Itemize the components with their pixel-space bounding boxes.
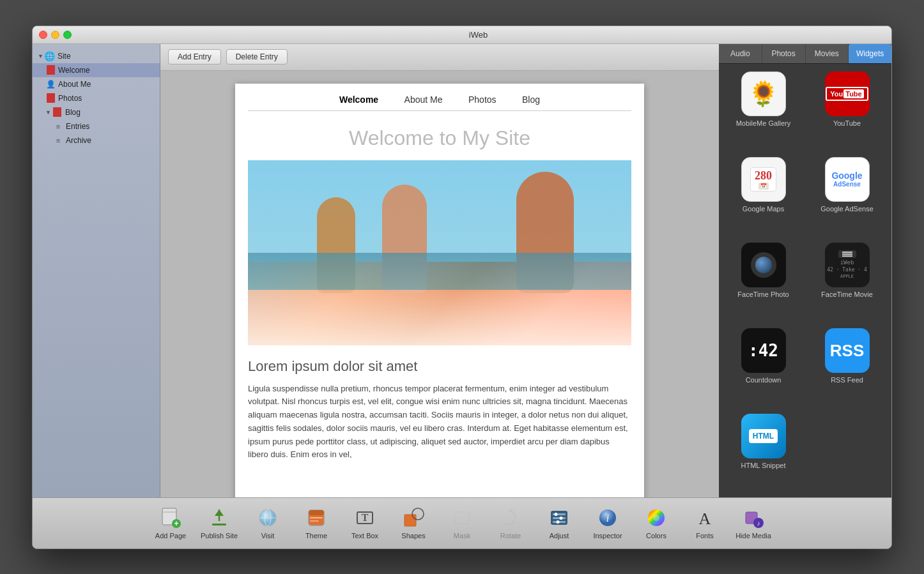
svg-text:i: i: [606, 513, 609, 524]
widget-countdown[interactable]: :42 Countdown: [727, 328, 800, 404]
blog-arrow: ▼: [45, 109, 51, 116]
rotate-label: Rotate: [500, 532, 521, 540]
visit-icon: [256, 506, 279, 529]
page-canvas: Welcome About Me Photos Blog Welcome to …: [235, 84, 644, 497]
theme-icon: [305, 506, 328, 529]
fonts-icon: A: [693, 506, 716, 529]
window-title: iWeb: [72, 30, 885, 40]
widget-google-maps[interactable]: 280 📅 Google Maps: [727, 157, 800, 232]
add-page-tool[interactable]: + Add Page: [146, 501, 195, 545]
facetime-movie-label: FaceTime Movie: [821, 291, 873, 298]
photos-icon: [45, 93, 56, 103]
sidebar-item-welcome[interactable]: Welcome: [33, 63, 160, 77]
shapes-tool[interactable]: Shapes: [389, 501, 438, 545]
svg-rect-7: [212, 524, 226, 525]
nav-photos[interactable]: Photos: [468, 94, 497, 105]
canvas-area[interactable]: Welcome About Me Photos Blog Welcome to …: [160, 71, 719, 497]
colors-icon: [645, 506, 668, 529]
content-heading: Lorem ipsum dolor sit amet: [248, 358, 631, 375]
adsense-label: Google AdSense: [820, 205, 874, 213]
inspector-tool[interactable]: i Inspector: [583, 501, 632, 545]
google-maps-icon: 280 📅: [741, 157, 786, 202]
page-nav: Welcome About Me Photos Blog: [248, 84, 631, 111]
text-box-icon: T: [353, 506, 376, 529]
shapes-icon: [402, 506, 425, 529]
svg-point-31: [653, 515, 659, 521]
mobileme-icon: 🌻: [741, 72, 786, 116]
theme-tool[interactable]: Theme: [292, 501, 341, 545]
widget-facetime-photo[interactable]: FaceTime Photo: [727, 243, 800, 318]
bottom-toolbar: + Add Page Publish Site: [33, 497, 891, 548]
publish-site-icon: [208, 506, 231, 529]
sidebar-item-archive[interactable]: ≡ Archive: [33, 133, 160, 147]
svg-text:T: T: [362, 512, 369, 523]
svg-point-27: [557, 520, 560, 524]
maximize-button[interactable]: [63, 31, 72, 39]
widget-facetime-movie[interactable]: iWeb 42 · Take · 4 APPLE FaceTime Movie: [810, 243, 884, 318]
figure-person-2: [382, 185, 427, 293]
titlebar: iWeb: [33, 26, 891, 44]
fonts-tool[interactable]: A Fonts: [681, 501, 729, 545]
add-entry-button[interactable]: Add Entry: [168, 49, 221, 64]
sidebar-item-photos[interactable]: Photos: [33, 91, 160, 105]
close-button[interactable]: [39, 31, 47, 39]
youtube-label: YouTube: [833, 119, 861, 127]
visit-label: Visit: [261, 532, 275, 540]
sidebar-item-label: Entries: [66, 122, 89, 131]
center-area: Add Entry Delete Entry Welcome About Me …: [160, 44, 719, 497]
delete-entry-button[interactable]: Delete Entry: [226, 49, 288, 64]
rss-label: RSS Feed: [831, 376, 863, 384]
sidebar-item-entries[interactable]: ≡ Entries: [33, 119, 160, 133]
widget-adsense[interactable]: Google AdSense Google AdSense: [810, 157, 884, 232]
sidebar-item-label: Archive: [66, 136, 91, 145]
widgets-grid: 🌻 MobileMe Gallery YouTube YouTube 280: [719, 64, 891, 497]
svg-rect-17: [404, 515, 416, 526]
nav-blog[interactable]: Blog: [522, 94, 540, 105]
tab-audio[interactable]: Audio: [719, 44, 762, 63]
page-icon: [45, 65, 56, 75]
widget-rss[interactable]: RSS RSS Feed: [810, 328, 884, 404]
hide-media-tool[interactable]: ♪ Hide Media: [729, 501, 778, 545]
main-content: ▼ 🌐 Site Welcome 👤 About Me P: [33, 44, 891, 497]
minimize-button[interactable]: [51, 31, 59, 39]
shapes-label: Shapes: [401, 532, 425, 540]
sidebar-item-label: Blog: [65, 108, 81, 117]
fonts-label: Fonts: [696, 532, 714, 540]
hero-reflection: [248, 290, 631, 345]
adjust-tool[interactable]: Adjust: [535, 501, 583, 545]
sidebar-item-label: About Me: [58, 80, 91, 89]
svg-rect-13: [310, 517, 323, 518]
widget-youtube[interactable]: YouTube YouTube: [810, 72, 884, 147]
visit-tool[interactable]: Visit: [243, 501, 292, 545]
widget-html-snippet[interactable]: HTML HTML Snippet: [727, 414, 800, 489]
sidebar-item-site[interactable]: ▼ 🌐 Site: [33, 49, 160, 63]
colors-tool[interactable]: Colors: [632, 501, 681, 545]
add-page-icon: +: [159, 506, 182, 529]
adsense-icon: Google AdSense: [825, 157, 870, 202]
sidebar-item-label: Photos: [58, 94, 82, 103]
tab-movies[interactable]: Movies: [806, 44, 849, 63]
text-box-tool[interactable]: T Text Box: [341, 501, 389, 545]
facetime-photo-icon: [741, 243, 786, 287]
google-maps-label: Google Maps: [743, 205, 784, 213]
svg-rect-23: [553, 517, 566, 519]
nav-welcome[interactable]: Welcome: [339, 94, 378, 105]
svg-marker-20: [508, 508, 513, 512]
hide-media-label: Hide Media: [735, 532, 771, 540]
publish-site-tool[interactable]: Publish Site: [195, 501, 243, 545]
adjust-label: Adjust: [550, 532, 569, 540]
widget-mobileme[interactable]: 🌻 MobileMe Gallery: [727, 72, 800, 147]
mask-icon: [450, 506, 474, 529]
tab-widgets[interactable]: Widgets: [849, 44, 891, 63]
colors-label: Colors: [646, 532, 666, 540]
svg-rect-12: [309, 510, 324, 515]
sidebar-item-blog[interactable]: ▼ Blog: [33, 105, 160, 119]
page-text: Lorem ipsum dolor sit amet Ligula suspen…: [235, 345, 644, 475]
right-panel: Audio Photos Movies Widgets 🌻 MobileMe G…: [719, 44, 891, 497]
sidebar-item-about-me[interactable]: 👤 About Me: [33, 77, 160, 91]
entries-icon: ≡: [53, 121, 63, 132]
svg-text:A: A: [699, 510, 711, 528]
tab-photos[interactable]: Photos: [762, 44, 806, 63]
about-icon: 👤: [45, 79, 56, 89]
nav-about-me[interactable]: About Me: [404, 94, 443, 105]
